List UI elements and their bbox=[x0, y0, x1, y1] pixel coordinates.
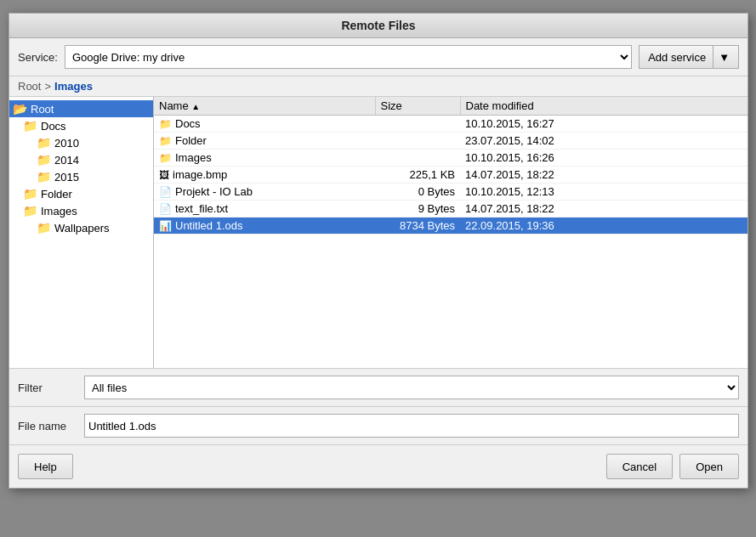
breadcrumb-root[interactable]: Root bbox=[18, 80, 41, 93]
button-row: Help Cancel Open bbox=[9, 445, 747, 488]
dialog-title: Remote Files bbox=[9, 14, 747, 38]
file-date-cell: 23.07.2015, 14:02 bbox=[460, 133, 747, 150]
bmp-icon: 🖼 bbox=[159, 169, 169, 181]
table-row[interactable]: 📄Projekt - IO Lab 0 Bytes 10.10.2015, 12… bbox=[154, 184, 747, 201]
tree-item-label: 2015 bbox=[54, 171, 79, 184]
col-header-date[interactable]: Date modified bbox=[460, 97, 747, 116]
table-row[interactable]: 📁Folder 23.07.2015, 14:02 bbox=[154, 133, 747, 150]
cancel-button[interactable]: Cancel bbox=[606, 454, 673, 479]
tree-panel: 📂Root📁Docs📁2010📁2014📁2015📁Folder📁Images📁… bbox=[9, 97, 154, 368]
tree-item-wallpapers[interactable]: 📁Wallpapers bbox=[9, 219, 153, 236]
tree-item-label: Wallpapers bbox=[54, 222, 110, 235]
file-date-cell: 14.07.2015, 18:22 bbox=[460, 167, 747, 184]
folder-icon: 📁 bbox=[37, 136, 51, 150]
add-service-label: Add service bbox=[648, 46, 713, 68]
tree-item-images[interactable]: 📁Images bbox=[9, 202, 153, 219]
file-icon: 📄 bbox=[159, 186, 172, 198]
help-button[interactable]: Help bbox=[18, 454, 73, 479]
tree-item-label: Docs bbox=[41, 120, 66, 133]
tree-item-2015[interactable]: 📁2015 bbox=[9, 168, 153, 185]
table-row[interactable]: 🖼image.bmp 225,1 KB 14.07.2015, 18:22 bbox=[154, 167, 747, 184]
file-date-cell: 22.09.2015, 19:36 bbox=[460, 218, 747, 235]
col-header-size[interactable]: Size bbox=[375, 97, 460, 116]
col-header-name[interactable]: Name ▲ bbox=[154, 97, 375, 116]
file-name-cell: 🖼image.bmp bbox=[154, 167, 375, 184]
main-area: 📂Root📁Docs📁2010📁2014📁2015📁Folder📁Images📁… bbox=[9, 97, 747, 369]
service-label: Service: bbox=[18, 51, 58, 64]
tree-item-2010[interactable]: 📁2010 bbox=[9, 134, 153, 151]
file-date-cell: 10.10.2015, 16:26 bbox=[460, 150, 747, 167]
folder-icon: 📁 bbox=[159, 152, 172, 164]
file-size-cell bbox=[375, 133, 460, 150]
filename-label: File name bbox=[18, 420, 77, 432]
filter-select[interactable]: All files bbox=[84, 376, 739, 399]
file-size-cell: 225,1 KB bbox=[375, 167, 460, 184]
breadcrumb: Root > Images bbox=[9, 76, 747, 97]
open-button[interactable]: Open bbox=[679, 454, 739, 479]
breadcrumb-current[interactable]: Images bbox=[54, 80, 93, 93]
folder-icon: 📁 bbox=[159, 118, 172, 130]
file-panel: Name ▲ Size Date modified 📁Docs 10.10.20… bbox=[154, 97, 747, 368]
filename-row: File name bbox=[9, 407, 747, 445]
file-date-cell: 10.10.2015, 16:27 bbox=[460, 116, 747, 133]
file-name-cell: 📊Untitled 1.ods bbox=[154, 218, 375, 235]
breadcrumb-separator: > bbox=[44, 80, 51, 93]
tree-item-label: 2014 bbox=[54, 154, 79, 167]
table-row[interactable]: 📊Untitled 1.ods 8734 Bytes 22.09.2015, 1… bbox=[154, 218, 747, 235]
file-size-cell: 0 Bytes bbox=[375, 184, 460, 201]
folder-icon: 📁 bbox=[23, 204, 37, 218]
filter-row: Filter All files bbox=[9, 369, 747, 407]
tree-item-folder[interactable]: 📁Folder bbox=[9, 185, 153, 202]
tree-item-label: 2010 bbox=[54, 137, 79, 150]
tree-item-docs[interactable]: 📁Docs bbox=[9, 117, 153, 134]
file-name-cell: 📁Docs bbox=[154, 116, 375, 133]
tree-item-label: Root bbox=[31, 103, 54, 116]
file-date-cell: 10.10.2015, 12:13 bbox=[460, 184, 747, 201]
tree-item-label: Folder bbox=[41, 188, 72, 201]
folder-icon: 📁 bbox=[23, 187, 37, 201]
tree-item-root[interactable]: 📂Root bbox=[9, 100, 153, 117]
folder-icon: 📁 bbox=[159, 135, 172, 147]
remote-files-dialog: Remote Files Service: Google Drive: my d… bbox=[9, 13, 748, 489]
file-size-cell bbox=[375, 150, 460, 167]
txt-icon: 📄 bbox=[159, 203, 172, 215]
table-row[interactable]: 📄text_file.txt 9 Bytes 14.07.2015, 18:22 bbox=[154, 201, 747, 218]
file-name-cell: 📁Folder bbox=[154, 133, 375, 150]
right-buttons: Cancel Open bbox=[606, 454, 739, 479]
file-table: Name ▲ Size Date modified 📁Docs 10.10.20… bbox=[154, 97, 747, 235]
file-size-cell bbox=[375, 116, 460, 133]
folder-open-icon: 📂 bbox=[13, 102, 27, 116]
folder-icon: 📁 bbox=[37, 170, 51, 184]
filename-input[interactable] bbox=[84, 414, 739, 438]
filter-label: Filter bbox=[18, 382, 77, 394]
add-service-button[interactable]: Add service ▼ bbox=[639, 45, 739, 69]
file-size-cell: 9 Bytes bbox=[375, 201, 460, 218]
file-name-cell: 📄Projekt - IO Lab bbox=[154, 184, 375, 201]
table-row[interactable]: 📁Docs 10.10.2015, 16:27 bbox=[154, 116, 747, 133]
service-row: Service: Google Drive: my drive Add serv… bbox=[9, 38, 747, 76]
folder-icon: 📁 bbox=[23, 119, 37, 133]
file-name-cell: 📁Images bbox=[154, 150, 375, 167]
file-size-cell: 8734 Bytes bbox=[375, 218, 460, 235]
table-row[interactable]: 📁Images 10.10.2015, 16:26 bbox=[154, 150, 747, 167]
tree-item-label: Images bbox=[41, 205, 77, 218]
tree-item-2014[interactable]: 📁2014 bbox=[9, 151, 153, 168]
service-select[interactable]: Google Drive: my drive bbox=[65, 45, 632, 69]
file-date-cell: 14.07.2015, 18:22 bbox=[460, 201, 747, 218]
folder-icon: 📁 bbox=[37, 221, 51, 235]
file-name-cell: 📄text_file.txt bbox=[154, 201, 375, 218]
folder-icon: 📁 bbox=[37, 153, 51, 167]
add-service-dropdown-arrow-icon: ▼ bbox=[715, 51, 730, 64]
ods-icon: 📊 bbox=[159, 220, 172, 232]
